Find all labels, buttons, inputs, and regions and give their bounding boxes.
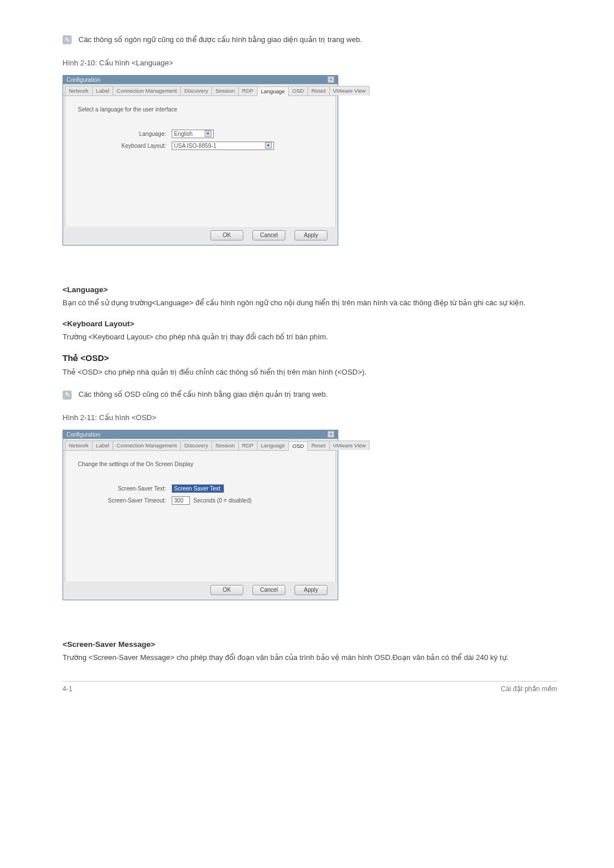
close-button[interactable]: × — [327, 76, 334, 83]
tab-label[interactable]: Label — [92, 86, 113, 95]
close-button[interactable]: × — [327, 431, 334, 438]
note-text-1: Các thông số ngôn ngữ cũng có thể được c… — [78, 34, 362, 46]
note-row-2: ✎ Các thông số OSD cũng có thể cấu hình … — [63, 389, 557, 401]
select-language[interactable]: English ▾ — [172, 130, 214, 138]
heading-screensaver-message: <Screen-Saver Message> — [63, 640, 557, 649]
input-screensaver-timeout[interactable]: 300 — [172, 496, 190, 505]
heading-osd-tab: Thẻ <OSD> — [63, 353, 557, 363]
info-icon: ✎ — [63, 391, 72, 400]
note-row-1: ✎ Các thông số ngôn ngữ cũng có thể được… — [63, 34, 557, 46]
cancel-button[interactable]: Cancel — [252, 585, 285, 595]
footer-page-number: 4-1 — [63, 685, 72, 693]
dialog-description-2: Change the settings of the On Screen Dis… — [78, 461, 323, 467]
tab-session[interactable]: Session — [211, 441, 239, 450]
row-screensaver-timeout: Screen-Saver Timeout: 300 Seconds (0 = d… — [78, 496, 323, 505]
figure-caption-2: Hình 2-11: Cấu hình <OSD> — [63, 413, 557, 422]
footer-section-title: Cài đặt phần mềm — [501, 685, 557, 693]
select-language-value: English — [174, 131, 193, 137]
tab-osd[interactable]: OSD — [288, 86, 308, 95]
configuration-dialog-osd: Configuration × Network Label Connection… — [63, 430, 338, 600]
row-screensaver-text: Screen-Saver Text: Screen Saver Text — [78, 484, 323, 493]
ok-button[interactable]: OK — [210, 230, 243, 240]
tab-rdp[interactable]: RDP — [238, 86, 258, 95]
input-screensaver-text[interactable]: Screen Saver Text — [172, 484, 224, 493]
dialog-body-2: Change the settings of the On Screen Dis… — [65, 451, 336, 582]
input-screensaver-text-value: Screen Saver Text — [174, 485, 221, 492]
apply-button[interactable]: Apply — [294, 230, 327, 240]
info-icon: ✎ — [63, 35, 72, 44]
label-keyboard-layout: Keyboard Layout: — [78, 143, 172, 149]
select-keyboard-layout-value: USA ISO-8859-1 — [174, 143, 216, 149]
tab-vmware-view[interactable]: VMware View — [329, 86, 370, 95]
chevron-down-icon: ▾ — [265, 142, 272, 149]
cancel-button[interactable]: Cancel — [252, 230, 285, 240]
row-keyboard-layout: Keyboard Layout: USA ISO-8859-1 ▾ — [78, 142, 323, 150]
tab-discovery[interactable]: Discovery — [180, 86, 212, 95]
tab-osd[interactable]: OSD — [288, 441, 308, 451]
dialog-language-wrap: Configuration × Network Label Connection… — [63, 75, 557, 246]
tab-connection-management[interactable]: Connection Management — [113, 86, 181, 95]
dialog-title-text: Configuration — [67, 77, 100, 83]
paragraph-screensaver-message: Trường <Screen-Saver Message> cho phép t… — [63, 652, 557, 664]
label-language: Language: — [78, 131, 172, 137]
paragraph-keyboard-layout: Trường <Keyboard Layout> cho phép nhà qu… — [63, 331, 557, 343]
dialog-footer-1: OK Cancel Apply — [63, 227, 338, 245]
tab-network[interactable]: Network — [65, 441, 93, 450]
select-keyboard-layout[interactable]: USA ISO-8859-1 ▾ — [172, 142, 274, 150]
apply-button[interactable]: Apply — [294, 585, 327, 595]
chevron-down-icon: ▾ — [205, 130, 211, 137]
dialog-titlebar: Configuration × — [63, 430, 338, 439]
tab-label[interactable]: Label — [92, 441, 113, 450]
tabstrip-2: Network Label Connection Management Disc… — [63, 439, 338, 451]
tab-network[interactable]: Network — [65, 86, 93, 95]
tab-rdp[interactable]: RDP — [238, 441, 258, 450]
tab-language[interactable]: Language — [257, 86, 289, 96]
heading-keyboard-layout: <Keyboard Layout> — [63, 319, 557, 328]
tab-reset[interactable]: Reset — [308, 86, 330, 95]
tab-vmware-view[interactable]: VMware View — [329, 441, 370, 450]
tab-connection-management[interactable]: Connection Management — [113, 441, 181, 450]
label-screensaver-timeout: Screen-Saver Timeout: — [78, 497, 172, 504]
label-screensaver-timeout-suffix: Seconds (0 = disabled) — [193, 497, 252, 504]
tabstrip-1: Network Label Connection Management Disc… — [63, 84, 338, 96]
tab-language[interactable]: Language — [257, 441, 289, 450]
tab-reset[interactable]: Reset — [308, 441, 330, 450]
input-screensaver-timeout-value: 300 — [174, 497, 184, 504]
heading-language: <Language> — [63, 285, 557, 294]
paragraph-osd-tab: Thẻ <OSD> cho phép nhà quản trị điều chỉ… — [63, 367, 557, 379]
row-language: Language: English ▾ — [78, 130, 323, 138]
dialog-osd-wrap: Configuration × Network Label Connection… — [63, 430, 557, 600]
figure-caption-1: Hình 2-10: Cấu hình <Language> — [63, 59, 557, 67]
note-text-2: Các thông số OSD cũng có thể cấu hình bằ… — [78, 389, 328, 401]
dialog-body-1: Select a language for the user interface… — [65, 96, 336, 227]
dialog-description-1: Select a language for the user interface — [78, 106, 323, 113]
dialog-footer-2: OK Cancel Apply — [63, 582, 338, 600]
configuration-dialog-language: Configuration × Network Label Connection… — [63, 75, 338, 246]
ok-button[interactable]: OK — [210, 585, 243, 595]
paragraph-language: Bạn có thể sử dụng trường<Language> để c… — [63, 297, 557, 309]
tab-session[interactable]: Session — [211, 86, 239, 95]
dialog-title-text: Configuration — [67, 431, 100, 438]
page-footer: 4-1 Cài đặt phần mềm — [63, 681, 557, 693]
tab-discovery[interactable]: Discovery — [180, 441, 212, 450]
label-screensaver-text: Screen-Saver Text: — [78, 485, 172, 492]
dialog-titlebar: Configuration × — [63, 76, 338, 84]
